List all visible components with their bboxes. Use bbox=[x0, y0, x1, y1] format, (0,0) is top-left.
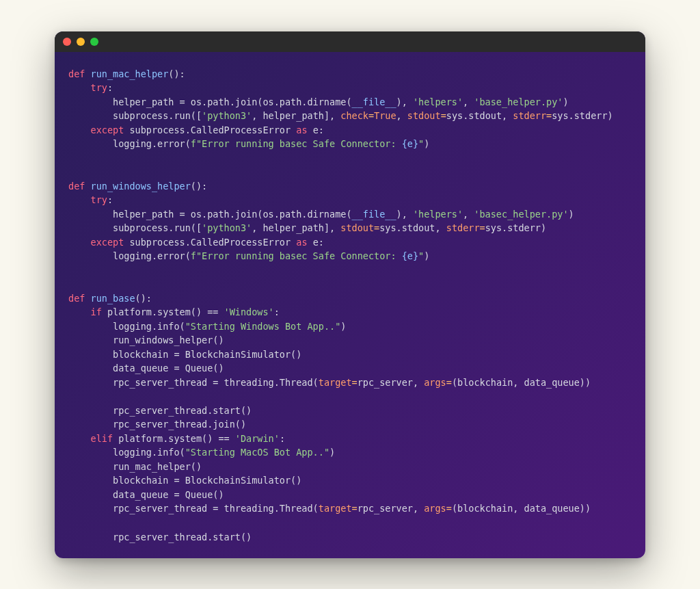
code-text: rpc_server_thread = threading.Thread( bbox=[68, 503, 319, 514]
kwarg: stdout bbox=[407, 110, 441, 121]
code-text: (): bbox=[168, 68, 185, 79]
code-text: rpc_server, bbox=[358, 377, 425, 388]
zoom-icon[interactable] bbox=[90, 38, 98, 46]
string: f"Error running basec Safe Connector: bbox=[191, 138, 402, 149]
code-text: ) bbox=[563, 96, 568, 107]
terminal-window: def run_mac_helper(): try: helper_path =… bbox=[55, 31, 645, 558]
kwarg: args bbox=[424, 377, 446, 388]
window-titlebar bbox=[55, 31, 645, 52]
code-text: e: bbox=[308, 125, 324, 135]
code-text: : bbox=[274, 306, 280, 317]
keyword-def: def bbox=[68, 68, 85, 79]
equals: = bbox=[368, 110, 374, 121]
keyword-elif: elif bbox=[91, 433, 113, 444]
string: 'python3' bbox=[202, 222, 252, 233]
code-text: sys.stdout, bbox=[379, 222, 446, 233]
code-text: logging.info( bbox=[68, 447, 185, 458]
equals: = bbox=[352, 503, 358, 514]
code-text: data_queue = Queue() bbox=[68, 489, 224, 500]
string: 'helpers' bbox=[413, 96, 463, 107]
code-text: , bbox=[396, 110, 407, 121]
code-text: helper_path = os.path.join(os.path.dirna… bbox=[68, 96, 352, 107]
keyword-try: try bbox=[91, 82, 107, 93]
code-text: subprocess.CalledProcessError bbox=[124, 125, 296, 135]
code-text: rpc_server_thread.start() bbox=[68, 532, 252, 542]
keyword-if: if bbox=[91, 306, 102, 317]
equals: = bbox=[374, 222, 379, 233]
code-text: : bbox=[107, 194, 113, 205]
code-text: blockchain = BlockchainSimulator() bbox=[68, 349, 301, 360]
bool: True bbox=[374, 110, 396, 121]
fstring-expr: {e} bbox=[402, 138, 418, 149]
code-text: logging.error( bbox=[68, 250, 191, 261]
code-text: sys.stdout, bbox=[446, 110, 513, 121]
equals: = bbox=[446, 377, 452, 388]
code-text: : bbox=[280, 433, 285, 444]
code-text: platform.system() == bbox=[113, 433, 235, 444]
kwarg: stdout bbox=[340, 222, 374, 233]
keyword-as: as bbox=[296, 125, 307, 135]
code-text: logging.error( bbox=[68, 138, 191, 149]
string: 'python3' bbox=[202, 110, 252, 121]
code-text: blockchain = BlockchainSimulator() bbox=[68, 475, 301, 486]
code-text: subprocess.run([ bbox=[68, 222, 202, 233]
code-text: logging.info( bbox=[68, 321, 185, 332]
kwarg: check bbox=[340, 110, 368, 121]
code-text: platform.system() == bbox=[102, 306, 224, 317]
function-name: run_windows_helper bbox=[85, 181, 190, 192]
code-text: e: bbox=[308, 237, 324, 248]
dunder: __file__ bbox=[352, 96, 396, 107]
string: 'base_helper.py' bbox=[474, 96, 563, 107]
code-text: sys.stderr) bbox=[552, 110, 612, 121]
string: 'Darwin' bbox=[235, 433, 280, 444]
string: f"Error running basec Safe Connector: bbox=[191, 250, 402, 261]
string: " bbox=[418, 250, 424, 261]
code-text: (blockchain, data_queue)) bbox=[452, 503, 591, 514]
code-text: data_queue = Queue() bbox=[68, 363, 224, 374]
code-text: (blockchain, data_queue)) bbox=[452, 377, 591, 388]
function-name: run_base bbox=[85, 293, 135, 304]
kwarg: args bbox=[424, 503, 446, 514]
code-text: ) bbox=[424, 250, 429, 261]
keyword-except: except bbox=[91, 125, 124, 135]
keyword-def: def bbox=[68, 181, 85, 192]
code-text: rpc_server, bbox=[358, 503, 425, 514]
code-text: ), bbox=[396, 96, 413, 107]
string: 'basec_helper.py' bbox=[474, 209, 568, 220]
string: "Starting MacOS Bot App.." bbox=[185, 447, 329, 458]
minimize-icon[interactable] bbox=[77, 38, 85, 46]
kwarg: stderr bbox=[446, 222, 480, 233]
dunder: __file__ bbox=[352, 209, 396, 220]
keyword-def: def bbox=[68, 293, 85, 304]
code-text: sys.stderr) bbox=[485, 222, 546, 233]
keyword-try: try bbox=[91, 194, 107, 205]
kwarg: target bbox=[319, 377, 352, 388]
code-text: , helper_path], bbox=[252, 222, 340, 233]
code-text: , bbox=[463, 96, 474, 107]
equals: = bbox=[441, 110, 446, 121]
string: 'helpers' bbox=[413, 209, 463, 220]
close-icon[interactable] bbox=[63, 38, 71, 46]
string: 'Windows' bbox=[224, 306, 274, 317]
code-content: def run_mac_helper(): try: helper_path =… bbox=[55, 52, 645, 558]
code-text: ), bbox=[396, 209, 413, 220]
equals: = bbox=[352, 377, 358, 388]
code-text: run_mac_helper() bbox=[68, 461, 202, 472]
string: "Starting Windows Bot App.." bbox=[185, 321, 341, 332]
keyword-except: except bbox=[91, 237, 124, 248]
equals: = bbox=[446, 503, 452, 514]
code-text: ) bbox=[340, 321, 346, 332]
code-text: (): bbox=[191, 181, 207, 192]
code-text: rpc_server_thread.start() bbox=[68, 405, 252, 416]
string: " bbox=[418, 138, 424, 149]
fstring-expr: {e} bbox=[402, 250, 418, 261]
code-text: : bbox=[107, 82, 113, 93]
code-text: , bbox=[463, 209, 474, 220]
code-text: run_windows_helper() bbox=[68, 335, 224, 345]
code-text: , helper_path], bbox=[252, 110, 340, 121]
code-text: ) bbox=[329, 447, 335, 458]
function-name: run_mac_helper bbox=[85, 68, 168, 79]
code-text: subprocess.CalledProcessError bbox=[124, 237, 296, 248]
code-text: subprocess.run([ bbox=[68, 110, 202, 121]
code-text: ) bbox=[424, 138, 429, 149]
